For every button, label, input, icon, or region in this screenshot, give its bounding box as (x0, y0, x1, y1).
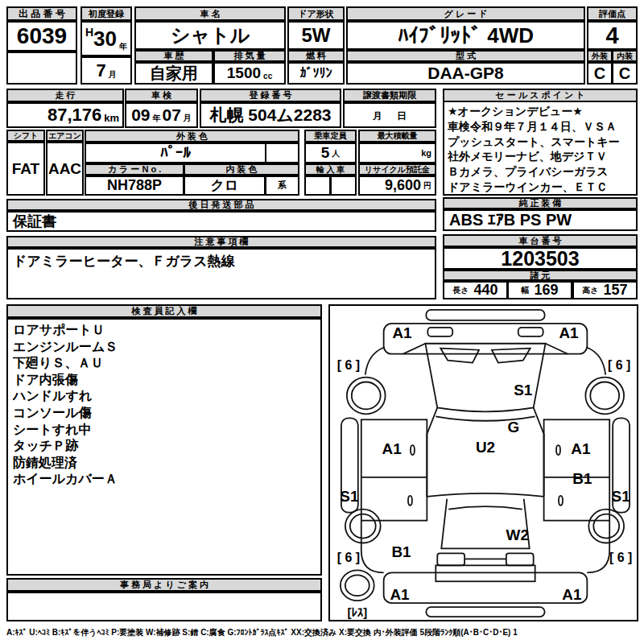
shift-header: シフト (6, 130, 45, 142)
length-label: 長さ (452, 285, 469, 296)
auction-number-header: 出 品 番 号 (6, 6, 77, 21)
fuel-header: 燃 料 (287, 50, 345, 62)
interior-color-header: 内 装 色 (184, 163, 299, 175)
capacity-number: 5 (321, 144, 330, 162)
roof-rear-edge (427, 493, 543, 497)
interior-grade-header: 内装 (612, 50, 638, 62)
recycle-value: 9,600円 (358, 175, 436, 196)
aircon-value: AAC (46, 142, 84, 196)
width-label: 幅 (521, 285, 529, 296)
aircon-header: エアコン (46, 130, 84, 142)
dimension-length: 長さ440 (443, 281, 508, 299)
front-fender-left (365, 348, 384, 375)
inspector-header: 検 査 員 記 入 欄 (6, 304, 322, 318)
height-value: 157 (604, 282, 628, 299)
color-no-header: カ ラ ー N o . (85, 163, 184, 175)
rear-bumper (384, 572, 588, 603)
plate-value: 札幌 504ム2283 (200, 102, 341, 128)
rear-wheel-left-inner (350, 514, 376, 539)
displacement-unit: cc (263, 72, 272, 83)
shaken-month: 07 (163, 105, 181, 125)
spare-wheel-inner (345, 575, 369, 596)
first-registration-year: H30年 (80, 21, 132, 56)
recycle-unit: 円 (423, 180, 431, 194)
tail-lamp-right (506, 553, 534, 565)
transfer-day-unit: 日 (397, 109, 407, 126)
shaken-month-unit: 月 (184, 113, 192, 126)
plate-header: 登 録 番 号 (200, 89, 341, 102)
mark-cowl: G (507, 419, 519, 436)
roof-edge-right (534, 407, 544, 496)
mileage-value: 87,176km (6, 102, 124, 128)
mark-rear-window: W2 (506, 527, 529, 544)
door-handle-front-right (556, 445, 560, 455)
era-letter: H (85, 23, 93, 39)
interior-grade: C (612, 62, 638, 85)
score-header: 評価点 (587, 6, 638, 21)
mark-front-door-left: A1 (382, 440, 402, 457)
exterior-grade: C (587, 62, 613, 85)
shaken-year: 09 (131, 105, 150, 125)
wiper-left (440, 349, 479, 363)
capacity-header: 乗車定員 (304, 130, 357, 142)
inspector-text: ロアサポートＵ エンジンルームＳ 下廻りＳ、ＡＵ ドア内張傷 ハンドルすれ コン… (13, 322, 319, 572)
front-wheel-right-inner (590, 382, 619, 410)
sales-points-text: ★オークションデビュー★ 車検令和９年７月１４日、ＶＳＡ プッシュスタート、スマ… (448, 104, 634, 194)
door-handle-rear-right (559, 496, 563, 506)
displacement-number: 1500 (227, 64, 261, 82)
dimensions-header: 諸 元 (443, 270, 638, 281)
headlight-right (518, 328, 543, 336)
mark-rear-door-right: B1 (572, 470, 592, 487)
body-color-header: 外 装 色 (85, 130, 299, 142)
auction-number-empty-cell (6, 52, 77, 85)
import-car-cell-1 (304, 175, 331, 196)
auction-number: 6039 (6, 21, 77, 52)
later-parts-value: 保証書 (6, 211, 436, 232)
dimension-height: 高さ157 (572, 281, 638, 299)
year-unit: 年 (119, 41, 127, 55)
transfer-docs-value: 月 日 (343, 102, 436, 128)
capacity-unit: 人 (332, 148, 340, 162)
recycle-header: リサイクル預託金 (358, 163, 436, 175)
model-code-header: 型 式 (346, 50, 585, 62)
rear-quarter-right (587, 521, 609, 573)
history-header: 車 歴 (134, 50, 213, 62)
displacement-value: 1500cc (213, 62, 286, 85)
equipment-header: 純 正 装 備 (443, 197, 638, 209)
max-load-unit: kg (421, 148, 431, 158)
grade-header: グ レ ー ド (346, 6, 585, 21)
color-no-value: NH788P (85, 175, 184, 196)
shaken-header: 車 検 (125, 89, 198, 102)
dimension-width: 幅169 (507, 281, 572, 299)
shift-value: FAT (6, 142, 45, 196)
mark-sill-left: S1 (340, 488, 358, 505)
width-value: 169 (534, 282, 558, 299)
month-unit: 月 (109, 69, 117, 83)
exterior-grade-header: 外装 (587, 50, 613, 62)
front-edge-strip (426, 310, 544, 320)
door-shape: 5W (287, 21, 345, 50)
rear-panel (436, 565, 535, 581)
mark-roof: U2 (476, 439, 495, 456)
chassis-number: 1203503 (443, 247, 638, 270)
roof-edge-left (427, 407, 437, 496)
headlight-left (427, 328, 452, 336)
mark-front-wheel-left: [ 6 ] (337, 358, 360, 372)
transfer-docs-header: 譲渡書類期限 (343, 89, 436, 102)
rear-wheel-right-inner (593, 514, 619, 539)
capacity-value: 5人 (304, 142, 357, 163)
recycle-number: 9,600 (385, 177, 421, 194)
chassis-header: 車 台 番 号 (443, 234, 638, 247)
reg-month: 7 (96, 60, 105, 81)
front-wheel-right (585, 378, 624, 415)
office-empty-box (6, 592, 322, 621)
body-color-empty-cell (265, 142, 299, 163)
mark-windshield: S1 (514, 382, 532, 398)
mark-rear-bumper-right: A1 (562, 586, 581, 603)
rear-window-line (448, 506, 522, 509)
import-car-cell-2 (330, 175, 357, 196)
hood-line-left (403, 344, 426, 354)
doors-left (361, 419, 427, 520)
era-year: 30 (93, 27, 117, 52)
car-name: シャトル (134, 21, 286, 50)
